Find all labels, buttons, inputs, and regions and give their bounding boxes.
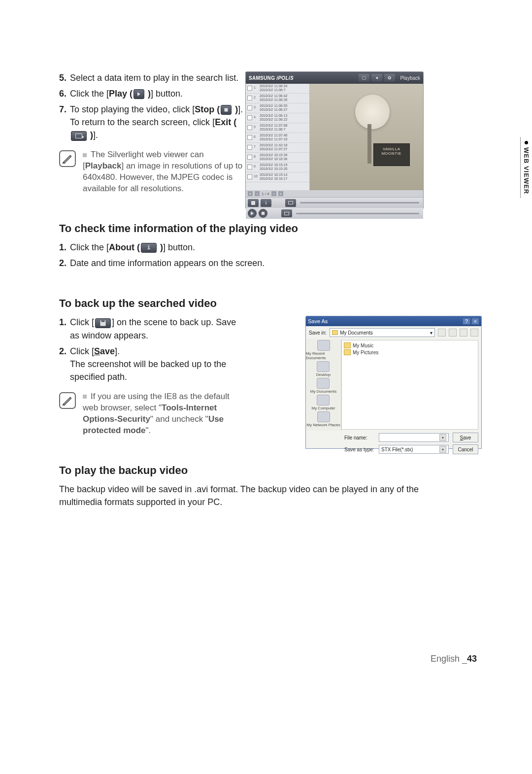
views-icon[interactable] <box>470 329 478 337</box>
section-backup: To back up the searched video <box>59 297 478 310</box>
stop-icon[interactable] <box>259 209 267 218</box>
up-icon[interactable] <box>449 329 457 337</box>
filename-label: File name: <box>344 435 375 440</box>
last-page-icon[interactable]: » <box>278 191 283 196</box>
help-icon[interactable]: ? <box>463 318 470 325</box>
section-check-time: To check time information of the playing… <box>59 222 478 235</box>
gear-icon[interactable]: ✿ <box>384 74 395 82</box>
places-item[interactable]: My Documents <box>310 378 336 394</box>
list-item[interactable]: 72010/3/2 11:42:182010/3/2 11:07:27 <box>246 143 309 153</box>
page-footer: English _43 <box>431 654 477 664</box>
note-c: If you are using the IE8 as the default … <box>83 391 246 437</box>
filename-field[interactable]: ▾ <box>379 433 449 442</box>
step-item: 2.Date and time information appears on t… <box>59 257 424 269</box>
screenshot-save-as: Save As ? × Save in: My Documents ▾ <box>305 316 482 449</box>
list-item[interactable]: 102010/3/2 10:15:142010/3/2 10:16:17 <box>246 172 309 182</box>
save-button[interactable]: Save <box>453 433 478 442</box>
savein-combo[interactable]: My Documents ▾ <box>330 328 435 337</box>
page-indicator: 1 / 4 <box>262 192 269 196</box>
first-page-icon[interactable]: « <box>248 191 253 196</box>
search-list[interactable]: 12010/3/2 11:06:342010/3/2 11:06:722010/… <box>246 84 310 190</box>
playback-label: Playback <box>400 75 420 81</box>
exit-icon[interactable] <box>285 199 296 207</box>
dialog-title: Save As <box>308 318 328 324</box>
places-bar[interactable]: My Recent DocumentsDesktopMy DocumentsMy… <box>306 339 341 431</box>
list-item[interactable]: 22010/3/2 11:06:422010/3/2 11:06:35 <box>246 94 309 103</box>
close-icon[interactable]: × <box>471 318 479 325</box>
body-text: The backup video will be saved in .avi f… <box>59 483 424 508</box>
filetype-label: Save as type: <box>344 447 375 452</box>
record-icon[interactable]: ● <box>371 74 382 82</box>
list-item[interactable]: 32010/3/2 11:06:552010/3/2 11:06:27 <box>246 103 309 113</box>
disk-icon <box>95 318 111 328</box>
monitor-icon[interactable]: ▢ <box>359 74 369 82</box>
filetype-field[interactable]: STX File(*.stx)▾ <box>379 445 449 454</box>
cancel-button[interactable]: Cancel <box>453 444 478 454</box>
disk-icon[interactable] <box>248 199 259 207</box>
folder-item[interactable]: My Music <box>344 342 476 348</box>
list-item[interactable]: 52010/3/2 11:07:082010/3/2 11:06:7 <box>246 123 309 133</box>
places-item[interactable]: My Recent Documents <box>306 340 341 360</box>
folder-item[interactable]: My Pictures <box>344 349 476 355</box>
video-pane: VANILLA MOONTIE <box>310 84 423 190</box>
list-item[interactable]: 82010/3/2 10:15:392010/3/2 10:10:36 <box>246 153 309 163</box>
step-item: 7.To stop playing the video, click [Stop… <box>59 103 246 141</box>
places-item[interactable]: Desktop <box>316 361 331 377</box>
newfolder-icon[interactable] <box>460 329 467 337</box>
side-tab-text: WEB VIEWER <box>523 147 530 194</box>
step-item: 1.Click [] on the scene to back up. Save… <box>59 316 246 341</box>
section-play-backup: To play the backup video <box>59 464 478 477</box>
back-icon[interactable] <box>438 329 446 337</box>
list-item[interactable]: 42010/3/2 11:06:132010/3/2 11:06:22 <box>246 113 309 123</box>
note-icon <box>59 150 76 167</box>
play-icon[interactable] <box>248 209 257 218</box>
savein-label: Save in: <box>309 330 327 336</box>
list-item[interactable]: 62010/3/2 11:07:402010/3/2 11:07:10 <box>246 133 309 143</box>
step-item: 6.Click the [Play ( )] button. <box>59 87 246 100</box>
file-list[interactable]: My MusicMy Pictures <box>341 340 478 430</box>
steps-list-a: 5.Select a data item to play in the sear… <box>59 71 246 141</box>
note-a: The Silverlight web viewer can [Playback… <box>83 149 246 195</box>
list-item[interactable]: 12010/3/2 11:06:342010/3/2 11:06:7 <box>246 84 309 94</box>
screenshot-ipolis: SAMSUNG iPOLiS ▢ ● ✿ Playback 12010/3/2 … <box>245 71 424 209</box>
places-item[interactable]: My Computer <box>311 395 335 410</box>
steps-list-b: 1.Click the [About (i )] button.2.Date a… <box>59 241 424 269</box>
list-item[interactable]: 92010/3/2 10:15:192010/3/2 10:15:20 <box>246 163 309 172</box>
exit-icon <box>71 131 87 141</box>
stop-icon <box>221 105 232 115</box>
prev-page-icon[interactable]: ‹ <box>255 191 260 196</box>
next-page-icon[interactable]: › <box>271 191 276 196</box>
note-icon <box>59 392 76 409</box>
steps-list-c: 1.Click [] on the scene to back up. Save… <box>59 316 246 383</box>
side-tab: WEB VIEWER <box>520 137 532 198</box>
exit-icon[interactable] <box>281 209 292 217</box>
play-icon <box>133 89 144 99</box>
step-item: 1.Click the [About (i )] button. <box>59 241 424 254</box>
step-item: 2.Click [Save].The screenshot will be ba… <box>59 345 246 383</box>
places-item[interactable]: My Network Places <box>306 411 340 427</box>
info-icon[interactable]: i <box>261 199 271 207</box>
info-icon: i <box>141 243 157 253</box>
step-item: 5.Select a data item to play in the sear… <box>59 71 246 84</box>
